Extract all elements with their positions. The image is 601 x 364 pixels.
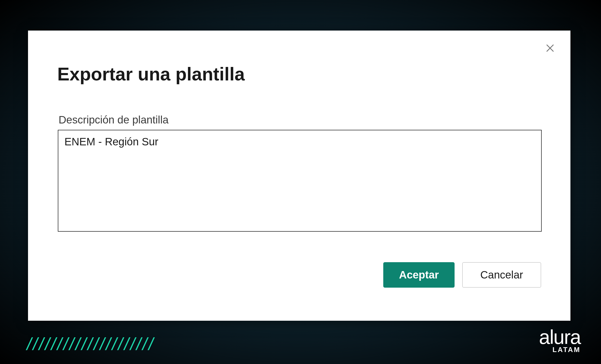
slash-icon: /: [33, 334, 36, 354]
brand-logo: alura LATAM: [539, 329, 581, 354]
slash-icon: /: [75, 334, 79, 354]
slash-icon: /: [39, 334, 42, 354]
decorative-slashes: /////////////////////: [27, 334, 152, 354]
slash-icon: /: [81, 334, 85, 354]
slash-icon: /: [100, 334, 103, 354]
dialog-button-row: Aceptar Cancelar: [383, 262, 541, 288]
description-label: Descripción de plantilla: [59, 114, 169, 126]
slash-icon: /: [112, 334, 115, 354]
slash-icon: /: [130, 334, 133, 354]
cancel-button[interactable]: Cancelar: [462, 262, 541, 288]
accept-button[interactable]: Aceptar: [383, 262, 455, 288]
slash-icon: /: [106, 334, 109, 354]
slash-icon: /: [94, 334, 97, 354]
slash-icon: /: [63, 334, 66, 354]
slash-icon: /: [57, 334, 61, 354]
dialog-title: Exportar una plantilla: [57, 64, 245, 85]
slash-icon: /: [136, 334, 140, 354]
export-template-dialog: Exportar una plantilla Descripción de pl…: [28, 31, 570, 321]
slash-icon: /: [88, 334, 91, 354]
slash-icon: /: [69, 334, 73, 354]
slash-icon: /: [148, 334, 152, 354]
description-input[interactable]: [58, 130, 542, 232]
close-button[interactable]: [542, 41, 558, 56]
slash-icon: /: [45, 334, 48, 354]
slash-icon: /: [27, 334, 30, 354]
slash-icon: /: [118, 334, 121, 354]
logo-main-text: alura: [539, 329, 581, 345]
slash-icon: /: [142, 334, 146, 354]
slash-icon: /: [124, 334, 128, 354]
close-icon: [545, 43, 555, 54]
slash-icon: /: [51, 334, 54, 354]
